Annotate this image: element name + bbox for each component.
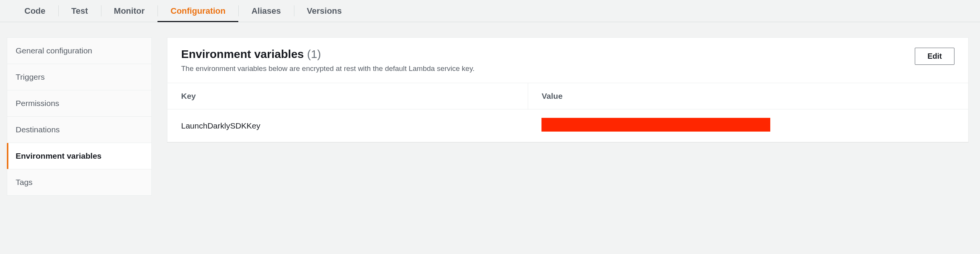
tab-label: Aliases <box>251 6 281 16</box>
tab-code[interactable]: Code <box>11 0 58 22</box>
column-header-value[interactable]: Value <box>528 83 968 109</box>
environment-variables-table: Key Value LaunchDarklySDKKey <box>167 83 968 142</box>
tab-test[interactable]: Test <box>58 0 101 22</box>
tab-label: Versions <box>307 6 342 16</box>
redacted-value <box>541 118 770 132</box>
sidebar-item-label: General configuration <box>16 46 92 55</box>
tab-label: Test <box>71 6 88 16</box>
environment-variables-panel: Environment variables (1) The environmen… <box>167 37 969 142</box>
tab-label: Monitor <box>114 6 145 16</box>
tab-aliases[interactable]: Aliases <box>238 0 294 22</box>
panel-header: Environment variables (1) The environmen… <box>167 38 968 83</box>
sidebar-item-destinations[interactable]: Destinations <box>7 117 151 143</box>
tab-monitor[interactable]: Monitor <box>101 0 158 22</box>
sidebar-item-triggers[interactable]: Triggers <box>7 64 151 90</box>
panel-title-text: Environment variables <box>181 48 304 60</box>
sidebar-item-general-configuration[interactable]: General configuration <box>7 38 151 64</box>
sidebar-item-label: Environment variables <box>16 151 101 160</box>
sidebar-item-label: Tags <box>16 178 32 186</box>
tab-versions[interactable]: Versions <box>294 0 355 22</box>
panel-subtitle: The environment variables below are encr… <box>181 64 475 73</box>
panel-title: Environment variables (1) <box>181 48 475 61</box>
sidebar-item-environment-variables[interactable]: Environment variables <box>7 143 151 169</box>
content-wrap: General configuration Triggers Permissio… <box>0 22 980 196</box>
sidebar-item-label: Destinations <box>16 125 60 134</box>
tab-label: Configuration <box>170 6 225 16</box>
panel-heading-block: Environment variables (1) The environmen… <box>181 48 475 73</box>
panel-title-count: (1) <box>307 48 321 60</box>
configuration-sidebar: General configuration Triggers Permissio… <box>7 37 152 196</box>
env-var-value <box>528 109 968 142</box>
edit-button[interactable]: Edit <box>915 48 954 65</box>
sidebar-item-label: Permissions <box>16 99 59 108</box>
tab-label: Code <box>24 6 45 16</box>
table-row: LaunchDarklySDKKey <box>167 109 968 142</box>
env-var-key: LaunchDarklySDKKey <box>167 109 528 142</box>
sidebar-item-tags[interactable]: Tags <box>7 169 151 195</box>
column-header-key[interactable]: Key <box>167 83 528 109</box>
tab-bar: Code Test Monitor Configuration Aliases … <box>0 0 980 22</box>
tab-configuration[interactable]: Configuration <box>157 0 238 22</box>
table-header-row: Key Value <box>167 83 968 109</box>
sidebar-item-label: Triggers <box>16 72 45 81</box>
sidebar-item-permissions[interactable]: Permissions <box>7 90 151 117</box>
